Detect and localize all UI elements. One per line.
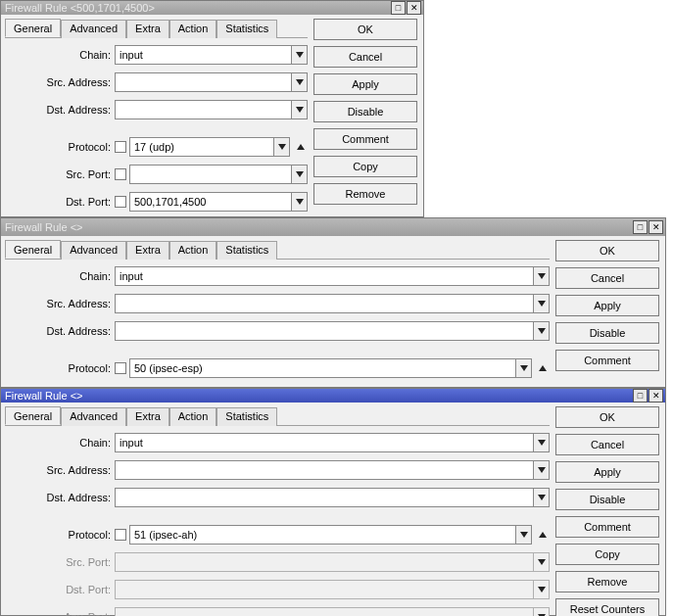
chain-input[interactable] [115,433,534,452]
svg-marker-10 [520,365,528,371]
src-address-input[interactable] [115,72,292,92]
copy-button[interactable]: Copy [555,544,659,565]
svg-marker-18 [538,587,546,592]
tab-statistics[interactable]: Statistics [216,241,277,260]
tab-advanced[interactable]: Advanced [61,407,126,426]
tab-statistics[interactable]: Statistics [216,20,277,38]
dst-address-dropdown-icon[interactable] [292,100,308,119]
src-address-input[interactable] [115,294,534,313]
svg-marker-12 [538,440,546,446]
ok-button[interactable]: OK [313,19,417,40]
label-src-address: Src. Address: [5,298,115,309]
apply-button[interactable]: Apply [313,73,417,95]
close-icon[interactable]: ✕ [649,220,663,234]
apply-button[interactable]: Apply [555,295,659,316]
src-port-input[interactable] [129,165,292,184]
disable-button[interactable]: Disable [313,101,417,122]
src-address-input[interactable] [115,460,534,480]
tab-general[interactable]: General [5,240,61,259]
firewall-rule-window: Firewall Rule <> □ ✕ General Advanced Ex… [0,217,666,388]
ok-button[interactable]: OK [555,406,659,428]
restore-icon[interactable]: □ [391,1,406,15]
protocol-collapse-icon[interactable] [536,528,550,542]
tab-action[interactable]: Action [169,407,217,426]
chain-input[interactable] [115,45,292,65]
label-src-port: Src. Port: [5,556,115,568]
svg-marker-0 [296,52,304,58]
chain-dropdown-icon[interactable] [534,433,550,452]
chain-dropdown-icon[interactable] [292,45,308,65]
remove-button[interactable]: Remove [555,571,659,592]
disable-button[interactable]: Disable [555,489,659,510]
svg-marker-7 [538,273,546,279]
dst-address-dropdown-icon[interactable] [534,321,550,341]
tab-advanced[interactable]: Advanced [61,20,126,38]
dst-port-input[interactable] [129,192,292,212]
svg-marker-16 [539,532,547,538]
protocol-collapse-icon[interactable] [294,140,308,154]
svg-marker-2 [296,107,304,113]
protocol-input[interactable] [129,137,274,157]
protocol-invert-checkbox[interactable] [115,362,126,374]
disable-button[interactable]: Disable [555,322,659,344]
dst-address-input[interactable] [115,321,534,341]
titlebar[interactable]: Firewall Rule <> □ ✕ [1,389,665,403]
tab-extra[interactable]: Extra [126,20,169,38]
tab-action[interactable]: Action [169,20,217,38]
src-port-dropdown-icon[interactable] [292,165,308,184]
protocol-invert-checkbox[interactable] [115,141,126,153]
src-address-dropdown-icon[interactable] [534,460,550,480]
protocol-invert-checkbox[interactable] [115,529,126,541]
side-buttons: OK Cancel Apply Disable Comment Copy Rem… [313,15,423,216]
firewall-rule-window: Firewall Rule <> □ ✕ General Advanced Ex… [0,388,666,616]
comment-button[interactable]: Comment [555,516,659,538]
reset-counters-button[interactable]: Reset Counters [555,598,659,616]
chain-input[interactable] [115,266,534,286]
cancel-button[interactable]: Cancel [555,434,659,455]
comment-button[interactable]: Comment [555,350,659,371]
svg-marker-9 [538,328,546,334]
label-chain: Chain: [5,270,115,282]
label-src-address: Src. Address: [5,76,115,88]
tab-action[interactable]: Action [169,241,217,260]
restore-icon[interactable]: □ [633,389,648,403]
tab-statistics[interactable]: Statistics [216,407,277,426]
titlebar[interactable]: Firewall Rule <500,1701,4500> □ ✕ [1,1,423,15]
protocol-dropdown-icon[interactable] [274,137,290,157]
protocol-dropdown-icon[interactable] [516,358,532,378]
tab-general[interactable]: General [5,19,61,37]
protocol-input[interactable] [129,525,516,545]
cancel-button[interactable]: Cancel [555,267,659,289]
copy-button[interactable]: Copy [313,156,417,177]
svg-marker-1 [296,79,304,85]
ok-button[interactable]: OK [555,240,659,261]
dst-address-dropdown-icon[interactable] [534,488,550,507]
svg-marker-4 [297,144,305,150]
label-src-port: Src. Port: [5,168,115,180]
comment-button[interactable]: Comment [313,128,417,150]
tab-advanced[interactable]: Advanced [61,241,126,260]
src-address-dropdown-icon[interactable] [292,72,308,92]
restore-icon[interactable]: □ [633,220,648,234]
close-icon[interactable]: ✕ [407,1,421,15]
chain-dropdown-icon[interactable] [534,266,550,286]
tab-extra[interactable]: Extra [126,407,169,426]
tab-general[interactable]: General [5,406,61,425]
dst-address-input[interactable] [115,488,534,507]
titlebar[interactable]: Firewall Rule <> □ ✕ [1,218,665,236]
tabs: General Advanced Extra Action Statistics [5,19,308,38]
cancel-button[interactable]: Cancel [313,46,417,68]
dst-port-invert-checkbox[interactable] [115,196,126,208]
protocol-collapse-icon[interactable] [536,361,550,375]
protocol-dropdown-icon[interactable] [516,525,532,545]
protocol-input[interactable] [129,358,516,378]
apply-button[interactable]: Apply [555,461,659,483]
dst-address-input[interactable] [115,100,292,119]
src-address-dropdown-icon[interactable] [534,294,550,313]
close-icon[interactable]: ✕ [649,389,663,403]
tab-extra[interactable]: Extra [126,241,169,260]
src-port-invert-checkbox[interactable] [115,168,126,180]
remove-button[interactable]: Remove [313,183,417,205]
firewall-rule-window: Firewall Rule <500,1701,4500> □ ✕ Genera… [0,0,424,217]
dst-port-dropdown-icon[interactable] [292,192,308,212]
